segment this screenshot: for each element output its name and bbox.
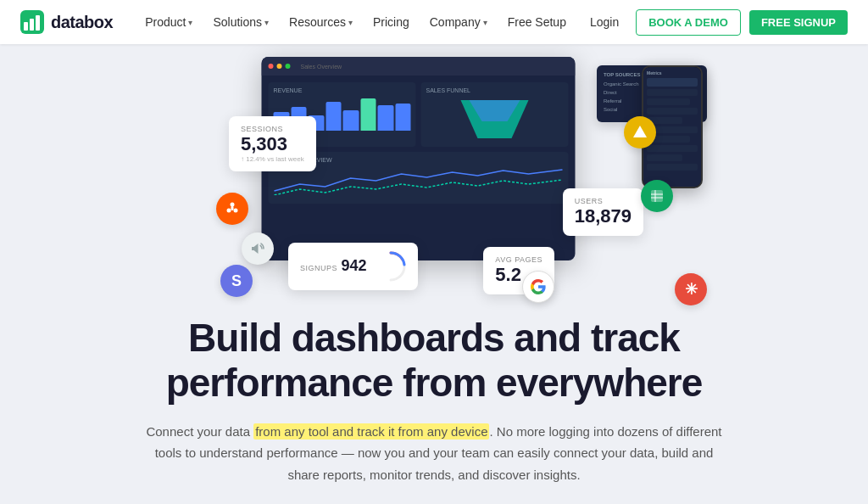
nav-pricing[interactable]: Pricing: [364, 10, 418, 34]
book-demo-button[interactable]: BOOK A DEMO: [636, 9, 741, 36]
metric-card-users: USERS 18,879: [563, 188, 643, 236]
maximize-dot: [286, 64, 291, 69]
nav-company[interactable]: Company ▾: [421, 10, 496, 34]
bar-item: [378, 105, 394, 131]
svg-point-8: [234, 209, 238, 213]
line-chart: [274, 165, 564, 195]
databox-logo-icon: [20, 10, 44, 34]
metric-users-value: 18,879: [575, 205, 632, 227]
stripe-letter: S: [231, 272, 242, 290]
asterisk-symbol: ✳: [685, 280, 698, 299]
gauge-chart: [376, 251, 406, 282]
row-label: Organic Search: [604, 81, 646, 87]
svg-rect-3: [36, 15, 40, 31]
gauge-label: SIGNUPS: [300, 264, 337, 272]
chevron-down-icon: ▾: [483, 18, 487, 27]
panel-topbar: Sales Overview: [262, 57, 576, 76]
svg-point-9: [227, 209, 231, 213]
gauge-card-signups: SIGNUPS 942: [288, 243, 418, 290]
gauge-value: 942: [341, 257, 366, 274]
megaphone-icon: [242, 232, 274, 265]
google-sheets-icon: [641, 180, 673, 212]
panel-title: Sales Overview: [301, 64, 342, 70]
phone-data-row: [647, 98, 690, 105]
google-icon: [522, 271, 554, 303]
megaphone-logo: [250, 241, 265, 256]
hubspot-icon: [216, 193, 248, 225]
metric-sessions-value: 5,303: [241, 133, 304, 155]
nav-resources[interactable]: Resources ▾: [281, 10, 361, 34]
widget-label: Revenue: [274, 87, 411, 93]
google-logo: [531, 279, 546, 294]
bar-item: [343, 110, 359, 131]
minimize-dot: [277, 64, 282, 69]
metric-pages-label: AVG PAGES: [495, 255, 542, 264]
analytics-logo: [632, 124, 648, 141]
svg-rect-2: [30, 19, 34, 31]
google-analytics-icon: [624, 116, 656, 148]
metric-users-label: USERS: [575, 197, 632, 205]
close-dot: [269, 64, 274, 69]
stripe-icon: S: [220, 265, 253, 297]
row-label: Direct: [604, 90, 646, 95]
phone-data-row: [647, 145, 698, 152]
sheets-logo: [649, 188, 665, 204]
linechart-label: Traffic Overview: [274, 157, 564, 163]
gauge-info: SIGNUPS 942: [300, 257, 367, 276]
logo[interactable]: databox: [20, 10, 113, 34]
funnel-chart: [426, 96, 564, 138]
dashboard-visualization: Sales Overview Revenue: [0, 44, 868, 307]
nav-product[interactable]: Product ▾: [136, 10, 201, 34]
funnel-widget: Sales Funnel: [421, 82, 569, 147]
metric-sessions-label: SESSIONS: [241, 125, 304, 133]
phone-data-row: [647, 108, 698, 115]
row-label: Social: [604, 107, 646, 112]
nav-free-setup[interactable]: Free Setup: [499, 10, 575, 34]
hero-text: Build dashboards and track performance f…: [70, 316, 798, 504]
bar-item: [360, 98, 376, 131]
svg-rect-1: [24, 22, 28, 31]
hero-section: Sales Overview Revenue: [0, 44, 868, 504]
phone-data-row: [647, 164, 698, 171]
asterisk-icon: ✳: [675, 273, 707, 305]
metric-sessions-sub: ↑ 12.4% vs last week: [241, 155, 304, 163]
phone-data-row: [647, 78, 698, 87]
hero-subtitle: Connect your data from any tool and trac…: [137, 421, 731, 486]
hubspot-logo: [225, 201, 240, 216]
svg-point-6: [231, 203, 235, 207]
free-signup-button[interactable]: FREE SIGNUP: [749, 10, 848, 35]
funnel-label: Sales Funnel: [426, 87, 564, 93]
chevron-down-icon: ▾: [188, 18, 192, 27]
metric-card-sessions: SESSIONS 5,303 ↑ 12.4% vs last week: [229, 116, 316, 171]
bar-item: [326, 102, 342, 131]
phone-data-row: [647, 154, 682, 161]
phone-data-row: [647, 89, 698, 96]
svg-rect-7: [231, 206, 234, 210]
chevron-down-icon: ▾: [264, 18, 269, 27]
nav-solutions[interactable]: Solutions ▾: [204, 10, 277, 34]
chevron-down-icon: ▾: [348, 18, 353, 27]
svg-rect-11: [651, 190, 663, 202]
row-label: Referral: [604, 98, 646, 104]
hero-title: Build dashboards and track performance f…: [137, 316, 731, 406]
svg-marker-10: [633, 126, 647, 137]
nav-right: Login BOOK A DEMO FREE SIGNUP: [581, 9, 848, 36]
brand-name: databox: [51, 13, 113, 32]
highlighted-text: from any tool and track it from any devi…: [253, 423, 489, 440]
nav-links: Product ▾ Solutions ▾ Resources ▾ Pricin…: [136, 10, 581, 34]
login-link[interactable]: Login: [581, 10, 627, 34]
phone-title: Metrics: [647, 70, 698, 76]
navbar: databox Product ▾ Solutions ▾ Resources …: [0, 0, 868, 44]
bar-item: [395, 104, 411, 131]
